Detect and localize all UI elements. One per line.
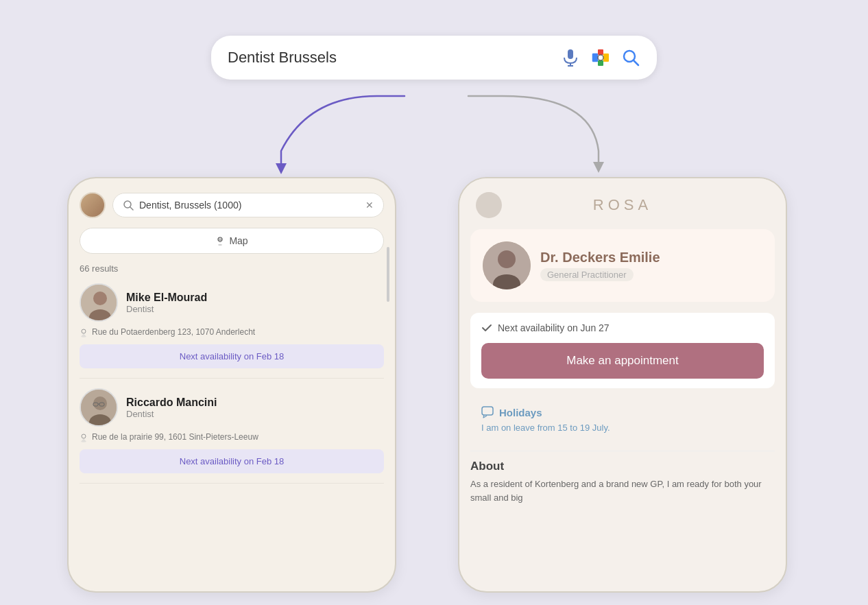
doctor-name-1: Mike El-Mourad — [126, 292, 207, 304]
doctor-avatar-2 — [80, 388, 118, 427]
svg-point-29 — [498, 250, 516, 268]
svg-marker-11 — [593, 162, 604, 173]
rosa-header: ROSA — [459, 178, 786, 229]
svg-point-7 — [598, 55, 603, 60]
rosa-avatar — [476, 192, 502, 218]
holidays-title: Holidays — [481, 406, 764, 418]
doctor-profile-specialty: General Practitioner — [540, 268, 634, 281]
map-button-label: Map — [229, 235, 248, 246]
make-appointment-button[interactable]: Make an appointment — [481, 343, 764, 379]
search-icon-group — [561, 47, 640, 69]
map-pin-icon — [215, 236, 225, 246]
location-icon-2 — [80, 433, 88, 442]
arrow-right — [434, 89, 633, 178]
mic-icon[interactable] — [561, 48, 580, 67]
doctor-info-2: Riccardo Mancini Dentist — [126, 396, 217, 419]
rosa-logo: ROSA — [593, 196, 652, 214]
availability-row: Next availability on Jun 27 — [481, 322, 764, 333]
svg-point-27 — [82, 434, 86, 438]
availability-btn-1[interactable]: Next availability on Feb 18 — [80, 344, 384, 368]
holidays-section: Holidays I am on leave from 15 to 19 Jul… — [470, 398, 775, 441]
phone-right: ROSA Dr. Deckers Emilie General Practiti… — [458, 177, 787, 593]
map-button[interactable]: Map — [80, 228, 384, 254]
phone-left: Dentist, Brussels (1000) ✕ Map 66 result… — [67, 177, 396, 593]
about-text: As a resident of Kortenberg and a brand … — [470, 477, 775, 504]
doctor-info-1: Mike El-Mourad Dentist — [126, 292, 207, 314]
availability-btn-2[interactable]: Next availability on Feb 18 — [80, 449, 384, 473]
doctor-address-2: Rue de la prairie 99, 1601 Sint-Pieters-… — [92, 432, 258, 442]
search-query: Dentist Brussels — [228, 49, 550, 67]
availability-section: Next availability on Jun 27 Make an appo… — [470, 313, 775, 388]
doctor-specialty-1: Dentist — [126, 304, 207, 314]
doctor-avatar-1 — [80, 283, 118, 322]
next-availability: Next availability on Jun 27 — [498, 322, 610, 333]
scroll-indicator — [387, 247, 389, 302]
svg-rect-0 — [568, 49, 573, 59]
svg-point-22 — [93, 396, 107, 410]
close-button[interactable]: ✕ — [365, 200, 374, 211]
svg-point-16 — [219, 238, 221, 241]
search-input-text: Dentist, Brussels (1000) — [139, 200, 360, 211]
doctor-profile-card: Dr. Deckers Emilie General Practitioner — [470, 229, 775, 302]
search-icon[interactable] — [621, 48, 640, 67]
doctor-card-1: Mike El-Mourad Dentist Rue du Potaerdenb… — [80, 283, 384, 379]
svg-line-9 — [634, 60, 638, 65]
search-input-bar[interactable]: Dentist, Brussels (1000) ✕ — [112, 193, 384, 217]
location-icon-1 — [80, 328, 88, 337]
svg-point-18 — [93, 292, 107, 305]
svg-marker-10 — [276, 163, 287, 174]
doctor-card-2: Riccardo Mancini Dentist Rue de la prair… — [80, 388, 384, 484]
svg-rect-6 — [598, 60, 603, 66]
svg-line-13 — [130, 207, 133, 210]
holidays-title-text: Holidays — [499, 407, 542, 418]
svg-rect-4 — [598, 49, 603, 55]
svg-rect-3 — [592, 54, 598, 62]
holidays-text: I am on leave from 15 to 19 July. — [481, 423, 764, 433]
doctor-row-1: Mike El-Mourad Dentist — [80, 283, 384, 322]
doctor-profile-info: Dr. Deckers Emilie General Practitioner — [540, 250, 660, 281]
left-phone-content: Dentist, Brussels (1000) ✕ Map 66 result… — [69, 178, 395, 591]
phone-top-bar: Dentist, Brussels (1000) ✕ — [80, 192, 384, 218]
doctor-row-2: Riccardo Mancini Dentist — [80, 388, 384, 427]
doctor-name-2: Riccardo Mancini — [126, 396, 217, 409]
search-bar[interactable]: Dentist Brussels — [211, 36, 657, 80]
svg-point-20 — [82, 329, 86, 333]
chat-icon — [481, 406, 494, 418]
svg-point-15 — [218, 244, 222, 246]
right-phone-content: ROSA Dr. Deckers Emilie General Practiti… — [459, 178, 786, 591]
about-section: About As a resident of Kortenberg and a … — [470, 451, 775, 512]
arrow-left — [240, 89, 439, 178]
check-icon — [481, 322, 492, 333]
about-title: About — [470, 460, 775, 473]
results-count: 66 results — [80, 263, 384, 274]
address-row-2: Rue de la prairie 99, 1601 Sint-Pieters-… — [80, 432, 384, 442]
doctor-address-1: Rue du Potaerdenberg 123, 1070 Anderlech… — [92, 327, 255, 337]
search-icon-small — [123, 200, 134, 211]
doctor-specialty-2: Dentist — [126, 409, 217, 419]
search-container: Dentist Brussels — [211, 36, 657, 80]
doctor-profile-avatar — [483, 241, 531, 289]
address-row-1: Rue du Potaerdenberg 123, 1070 Anderlech… — [80, 327, 384, 337]
doctor-profile-name: Dr. Deckers Emilie — [540, 250, 660, 265]
user-avatar-left — [80, 192, 106, 218]
lens-icon[interactable] — [590, 47, 612, 69]
svg-rect-31 — [482, 407, 493, 415]
svg-rect-5 — [603, 54, 609, 62]
